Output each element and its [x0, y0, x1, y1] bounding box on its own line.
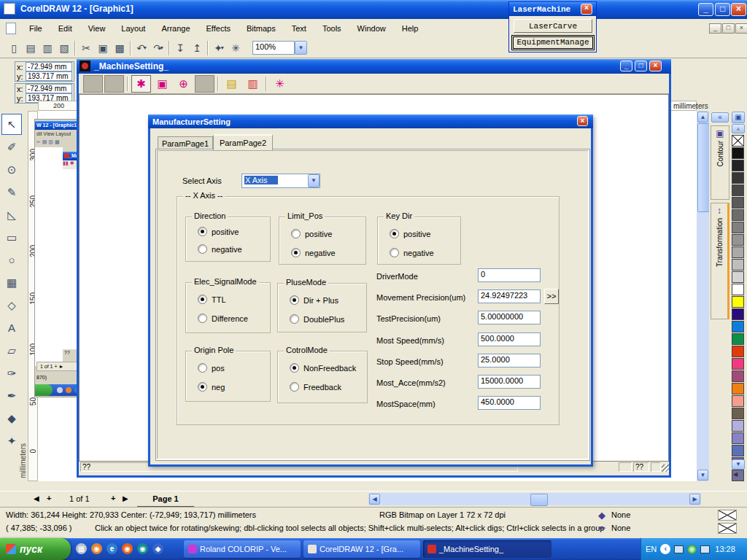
- text-tool[interactable]: A: [1, 317, 22, 338]
- color-swatch[interactable]: [732, 321, 744, 332]
- clock[interactable]: 13:28: [715, 545, 735, 553]
- color-swatch[interactable]: [732, 333, 744, 345]
- child-minimize-button[interactable]: _: [709, 23, 721, 34]
- menu-text[interactable]: Text: [292, 24, 306, 33]
- color-swatch[interactable]: [732, 308, 744, 320]
- menu-layout[interactable]: Layout: [121, 24, 145, 33]
- radio-ttl[interactable]: [198, 295, 207, 304]
- color-swatch[interactable]: [732, 222, 744, 233]
- save-file-button[interactable]: ▥: [243, 75, 263, 93]
- x-value-field[interactable]: -72.949 mm: [26, 62, 72, 71]
- antivirus-icon[interactable]: [687, 545, 697, 554]
- app-launcher-dropdown-icon[interactable]: ▾: [221, 44, 224, 51]
- color-swatch[interactable]: [732, 234, 744, 246]
- zoom-tool[interactable]: ⊙: [1, 159, 22, 180]
- move-axis-button[interactable]: ⊕: [174, 75, 193, 93]
- language-indicator[interactable]: EN: [646, 545, 657, 553]
- field-stop-speed-mm-s-[interactable]: 25.0000: [478, 354, 541, 368]
- print-button[interactable]: ▧: [56, 40, 72, 56]
- first-page-icon[interactable]: ◀: [34, 494, 39, 502]
- menu-view[interactable]: View: [88, 24, 106, 33]
- blank-button-3[interactable]: [195, 75, 214, 93]
- graph-paper-tool[interactable]: ▦: [1, 272, 22, 293]
- resize-grip[interactable]: [662, 464, 669, 472]
- zoom-level-combobox[interactable]: 100%: [252, 41, 295, 55]
- shape-tool[interactable]: ✐: [1, 136, 22, 158]
- menu-effects[interactable]: Effects: [206, 24, 231, 33]
- scroll-right-icon[interactable]: ▶: [689, 494, 700, 505]
- task-roland-colorip-ve-[interactable]: Roland COLORIP - Ve...: [184, 540, 301, 558]
- color-swatch[interactable]: [732, 408, 744, 419]
- minimize-button[interactable]: _: [698, 3, 713, 16]
- color-swatch[interactable]: [732, 197, 744, 209]
- radio-negative[interactable]: [390, 248, 399, 257]
- tray-expand-icon[interactable]: ‹: [660, 544, 670, 554]
- palette-scroll-up-icon[interactable]: ▲: [732, 124, 745, 133]
- palette-scroll-down-icon[interactable]: ▼: [732, 459, 745, 470]
- calculator-icon[interactable]: ▦: [76, 543, 87, 554]
- vertical-scroll-thumb[interactable]: [697, 123, 710, 212]
- field-drivermode[interactable]: 0: [478, 268, 541, 282]
- color-swatch[interactable]: [732, 284, 744, 295]
- horizontal-scrollbar[interactable]: ◀ ▶: [368, 493, 701, 505]
- color-swatch[interactable]: [732, 383, 744, 394]
- save-button[interactable]: ▥: [39, 40, 55, 56]
- color-swatch[interactable]: [732, 259, 744, 271]
- radio-neg[interactable]: [198, 382, 207, 392]
- color-swatch[interactable]: [732, 420, 744, 432]
- color-swatch[interactable]: [732, 184, 744, 196]
- x-value-field[interactable]: -72.949 mm: [26, 84, 72, 93]
- radio-nonfreedback[interactable]: [290, 363, 299, 373]
- menu-tools[interactable]: Tools: [322, 24, 341, 33]
- zoom-combo-dropdown-icon[interactable]: ▼: [295, 41, 307, 55]
- smart-drawing-tool[interactable]: ◺: [1, 204, 22, 225]
- color-swatch[interactable]: [732, 395, 744, 407]
- maximize-button[interactable]: □: [635, 61, 647, 71]
- fill-tool[interactable]: ◆: [1, 408, 22, 429]
- palette-expand-icon[interactable]: ◀: [733, 471, 738, 478]
- open-file-button[interactable]: ▤: [222, 75, 241, 93]
- close-button[interactable]: ×: [649, 61, 662, 71]
- color-swatch[interactable]: [732, 346, 744, 357]
- field-movement-precision-um-[interactable]: 24.92497223: [478, 289, 541, 303]
- menu-edit[interactable]: Edit: [58, 24, 72, 33]
- close-button[interactable]: ×: [731, 3, 746, 16]
- open-button[interactable]: ▤: [23, 40, 39, 56]
- tab-parampage2[interactable]: ParamPage2: [213, 134, 273, 150]
- vertical-scrollbar[interactable]: ▲ ▼: [697, 111, 709, 481]
- origin-button[interactable]: ✳: [270, 75, 290, 93]
- corel-online-button[interactable]: ✳: [228, 40, 244, 56]
- palette-menu-icon[interactable]: ▣: [732, 112, 745, 123]
- horizontal-scroll-thumb[interactable]: [530, 494, 548, 506]
- undo-button[interactable]: ↶▾: [133, 40, 150, 56]
- scroll-down-icon[interactable]: ▼: [697, 470, 708, 481]
- import-button[interactable]: ↧: [172, 40, 188, 56]
- menu-arrange[interactable]: Arrange: [161, 24, 190, 33]
- color-swatch[interactable]: [732, 147, 744, 159]
- redo-button[interactable]: ↷▾: [150, 40, 166, 56]
- pick-tool[interactable]: ↖: [1, 114, 22, 135]
- menu-help[interactable]: Help: [402, 24, 419, 33]
- app-launcher-button[interactable]: ✦▾: [211, 40, 227, 56]
- network2-icon[interactable]: [700, 545, 710, 553]
- cut-button[interactable]: ✂: [78, 40, 94, 56]
- basic-shapes-tool[interactable]: ◇: [1, 295, 22, 316]
- start-button[interactable]: пуск: [0, 538, 71, 560]
- docker-collapse-button[interactable]: «: [711, 112, 729, 122]
- color-swatch[interactable]: [732, 358, 744, 370]
- field-most-speed-mm-s-[interactable]: 500.0000: [478, 332, 541, 346]
- interactive-fill-tool[interactable]: ✦: [1, 430, 22, 451]
- eyedropper-tool[interactable]: ✑: [1, 362, 22, 384]
- more-button[interactable]: >>: [544, 289, 559, 304]
- no-color-swatch[interactable]: [732, 135, 744, 147]
- y-value-field[interactable]: 193.717 mm: [26, 71, 72, 81]
- field-mostspace-mm-[interactable]: 450.0000: [478, 396, 541, 410]
- tab-parampage1[interactable]: ParamPage1: [158, 136, 213, 150]
- monitor-button[interactable]: ▣: [152, 75, 172, 93]
- last-page-icon[interactable]: ▶: [123, 494, 128, 502]
- docker-tab-transformation[interactable]: ↕ Transformation: [711, 203, 729, 319]
- lasermachine-close-button[interactable]: ×: [581, 4, 592, 15]
- radio-negative[interactable]: [291, 248, 301, 257]
- color-swatch[interactable]: [732, 445, 744, 456]
- radio-dir-plus[interactable]: [290, 295, 299, 305]
